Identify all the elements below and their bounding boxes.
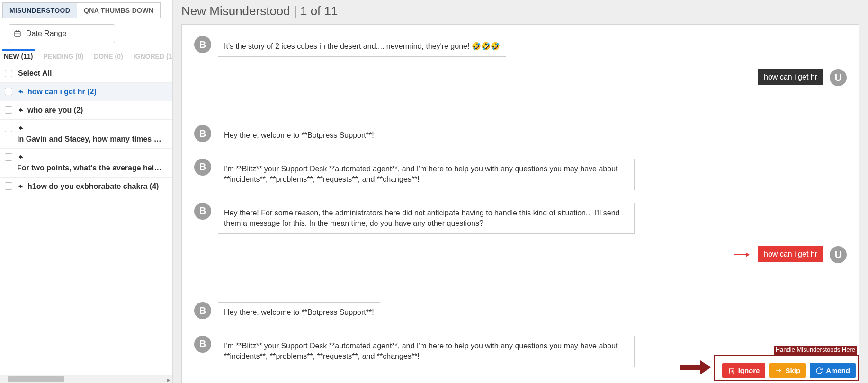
user-message-highlighted: how can i get hr U	[194, 246, 847, 263]
list-item-text: how can i get hr (2)	[27, 88, 97, 96]
reply-icon	[17, 107, 25, 114]
ignore-button[interactable]: Ignore	[722, 363, 766, 378]
status-tab-pending[interactable]: PENDING (0)	[41, 51, 85, 64]
calendar-icon	[14, 30, 21, 37]
right-panel: New Misunderstood | 1 of 11 B It's the s…	[173, 0, 868, 383]
list-item[interactable]: who are you (2)	[0, 101, 172, 120]
select-all-checkbox[interactable]	[5, 70, 12, 77]
list-item-checkbox[interactable]	[5, 125, 12, 132]
message-text: I'm **Blitz** your Support Desk **automa…	[218, 336, 635, 367]
avatar-bot: B	[194, 125, 211, 142]
bot-message: B I'm **Blitz** your Support Desk **auto…	[194, 159, 847, 190]
reply-icon	[17, 153, 25, 161]
list-item[interactable]: h1ow do you exbhorabate chakra (4)	[0, 178, 172, 196]
highlight-arrow-icon	[734, 246, 750, 263]
select-all-row: Select All	[0, 64, 172, 83]
skip-button[interactable]: Skip	[769, 363, 806, 378]
date-range-label: Date Range	[26, 29, 66, 38]
message-text: It's the story of 2 ices cubes in the de…	[218, 36, 506, 57]
horizontal-scrollbar[interactable]: ▸	[0, 375, 172, 383]
refresh-icon	[815, 367, 823, 374]
button-label: Ignore	[738, 366, 760, 374]
avatar-user: U	[830, 69, 847, 86]
message-text: how can i get hr	[758, 246, 823, 262]
avatar-bot: B	[194, 159, 211, 176]
button-label: Amend	[826, 366, 850, 374]
reply-icon	[17, 125, 25, 132]
avatar-bot: B	[194, 302, 211, 319]
message-text: Hey there! For some reason, the administ…	[218, 203, 635, 234]
list-item[interactable]: how can i get hr (2)	[0, 83, 172, 101]
date-range-button[interactable]: Date Range	[9, 24, 115, 43]
trash-icon	[728, 367, 735, 374]
svg-marker-5	[746, 252, 750, 257]
message-text: Hey there, welcome to **Botpress Support…	[218, 125, 380, 146]
reply-icon	[17, 183, 25, 190]
select-all-label: Select All	[18, 69, 52, 78]
message-text: I'm **Blitz** your Support Desk **automa…	[218, 159, 635, 190]
status-tab-done[interactable]: DONE (0)	[92, 51, 125, 64]
list-item-text: who are you (2)	[27, 106, 83, 115]
button-label: Skip	[785, 366, 800, 374]
avatar-user: U	[830, 246, 847, 263]
scroll-right-icon[interactable]: ▸	[165, 375, 172, 383]
list-item[interactable]: For two points, what's the average heigh…	[0, 149, 172, 178]
bot-message: B It's the story of 2 ices cubes in the …	[194, 36, 847, 57]
list-item-text: In Gavin and Stacey, how many times has …	[17, 135, 164, 143]
item-list: how can i get hr (2) who are you (2) In …	[0, 83, 172, 375]
bot-message: B Hey there, welcome to **Botpress Suppo…	[194, 302, 847, 323]
bot-message: B Hey there! For some reason, the admini…	[194, 203, 847, 234]
list-item-text: For two points, what's the average heigh…	[17, 164, 164, 172]
top-tab-row: MISUNDERSTOOD QNA THUMBS DOWN	[0, 0, 172, 18]
status-tab-ignored[interactable]: IGNORED (16)	[132, 51, 173, 64]
svg-rect-0	[15, 31, 20, 36]
left-panel: MISUNDERSTOOD QNA THUMBS DOWN Date Range…	[0, 0, 173, 383]
list-item-checkbox[interactable]	[5, 88, 12, 95]
tab-qna-thumbs-down[interactable]: QNA THUMBS DOWN	[77, 2, 161, 18]
avatar-bot: B	[194, 36, 211, 53]
user-message: how can i get hr U	[194, 69, 847, 86]
list-item-checkbox[interactable]	[5, 153, 12, 161]
message-text: Hey there, welcome to **Botpress Support…	[218, 302, 380, 323]
scrollbar-thumb[interactable]	[8, 376, 64, 382]
arrow-right-icon	[775, 367, 782, 374]
avatar-bot: B	[194, 203, 211, 220]
amend-button[interactable]: Amend	[810, 363, 856, 378]
list-item-text: h1ow do you exbhorabate chakra (4)	[27, 182, 159, 191]
page-title: New Misunderstood | 1 of 11	[173, 0, 868, 24]
reply-icon	[17, 88, 25, 96]
list-item-checkbox[interactable]	[5, 182, 12, 190]
list-item[interactable]: In Gavin and Stacey, how many times has …	[0, 120, 172, 149]
message-text: how can i get hr	[758, 69, 823, 85]
action-bar: Ignore Skip Amend	[722, 363, 856, 378]
chat-area: B It's the story of 2 ices cubes in the …	[181, 24, 859, 383]
bot-message: B Hey there, welcome to **Botpress Suppo…	[194, 125, 847, 146]
status-tab-new[interactable]: NEW (11)	[2, 49, 35, 64]
list-item-checkbox[interactable]	[5, 106, 12, 114]
status-tabs: NEW (11) PENDING (0) DONE (0) IGNORED (1…	[0, 48, 172, 64]
tab-misunderstood[interactable]: MISUNDERSTOOD	[2, 2, 77, 18]
avatar-bot: B	[194, 336, 211, 353]
